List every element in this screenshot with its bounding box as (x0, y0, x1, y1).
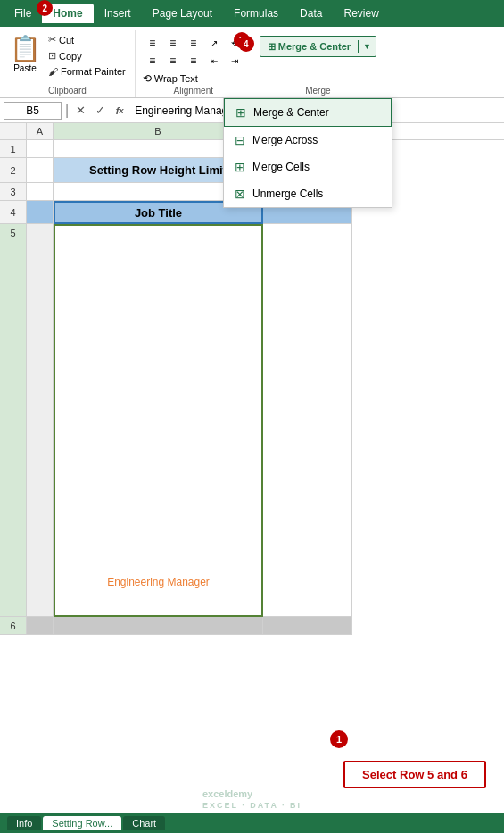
tab-home[interactable]: Home 2 (42, 4, 93, 23)
format-painter-icon: 🖌 (48, 66, 58, 77)
merge-center-label: ⊞ Merge & Center (260, 39, 358, 54)
sheet-tab-chart[interactable]: Chart (123, 816, 165, 830)
merge-across-option[interactable]: ⊟ Merge Across (224, 127, 392, 154)
row-num-header (0, 123, 27, 139)
step2-badge: 2 (37, 0, 53, 16)
align-right-button[interactable]: ≡ (184, 52, 203, 70)
engineering-manager-text: Engineering Manager (107, 576, 210, 588)
format-painter-button[interactable]: 🖌 Format Painter (45, 64, 129, 79)
cell-a1[interactable] (27, 140, 54, 158)
copy-label: Copy (59, 51, 82, 62)
cell-a5[interactable] (27, 224, 54, 617)
formula-icons: ✕ ✓ fx (72, 103, 128, 119)
align-bottom-button[interactable]: ≡ (184, 34, 203, 52)
cell-a6[interactable] (27, 617, 54, 635)
merge-cells-option[interactable]: ⊞ Merge Cells (224, 154, 392, 180)
tab-insert-label: Insert (104, 7, 131, 20)
step1-callout: Select Row 5 and 6 (343, 761, 486, 788)
cut-button[interactable]: ✂ Cut (45, 32, 129, 47)
alignment-group: ≡ ≡ ≡ ↗ ⟲ ≡ ≡ ≡ ⇤ ⇥ ⟲ Wrap Text 3 Alignm… (136, 30, 252, 97)
tab-home-label: Home (53, 7, 82, 20)
clipboard-label: Clipboard (0, 86, 135, 97)
merge-center-text: Merge & Center (278, 41, 351, 52)
sheet-tab-info[interactable]: Info (7, 816, 41, 830)
indent-increase-button[interactable]: ⇥ (225, 52, 244, 70)
cell-b6[interactable] (54, 617, 263, 635)
step4-badge: 4 (238, 36, 254, 52)
row-6: 6 (0, 617, 504, 635)
paste-icon: 📋 (10, 37, 41, 62)
align-row-1: ≡ ≡ ≡ ↗ ⟲ (143, 34, 244, 52)
step1-label: Select Row 5 and 6 (362, 768, 467, 781)
cell-a4[interactable] (27, 201, 54, 224)
merge-dropdown-arrow[interactable]: ▼ (358, 40, 376, 53)
wrap-text-area: ⟲ Wrap Text 3 (143, 72, 244, 85)
tab-formulas[interactable]: Formulas (223, 4, 289, 23)
merge-center-option-icon: ⊞ (235, 105, 246, 120)
row-5-num: 5 (0, 224, 27, 617)
unmerge-cells-option-icon: ⊠ (235, 187, 245, 201)
align-row-2: ≡ ≡ ≡ ⇤ ⇥ (143, 52, 244, 70)
col-header-a: A (27, 123, 54, 139)
confirm-formula-icon[interactable]: ✓ (92, 103, 108, 119)
merge-center-option[interactable]: ⊞ Merge & Center (224, 98, 392, 127)
cut-icon: ✂ (48, 34, 56, 46)
clipboard-small-buttons: ✂ Cut ⊡ Copy 🖌 Format Painter (45, 32, 129, 79)
insert-function-icon[interactable]: fx (112, 103, 128, 119)
unmerge-cells-option-label: Unmerge Cells (252, 187, 323, 200)
align-top-button[interactable]: ≡ (143, 34, 162, 52)
merge-label: Merge (252, 86, 384, 97)
merge-across-option-icon: ⊟ (235, 133, 245, 147)
align-left-button[interactable]: ≡ (143, 52, 162, 70)
tab-file-label: File (14, 7, 31, 20)
merge-cells-option-icon: ⊞ (235, 160, 245, 174)
merge-across-option-label: Merge Across (252, 134, 318, 146)
cell-a3[interactable] (27, 183, 54, 201)
spreadsheet-title: Setting Row Height Limit (89, 163, 227, 177)
step1-badge: 1 (330, 730, 348, 748)
align-center-button[interactable]: ≡ (163, 52, 183, 70)
copy-icon: ⊡ (48, 50, 56, 62)
cell-c5[interactable] (263, 224, 352, 617)
cell-reference-input[interactable] (4, 102, 62, 120)
align-middle-button[interactable]: ≡ (163, 34, 183, 52)
status-bar: Info Setting Row... Chart (0, 813, 504, 833)
ribbon: 📋 Paste ✂ Cut ⊡ Copy 🖌 Format Painter Cl… (0, 27, 504, 98)
sheet-tabs-container: Info Setting Row... Chart (7, 816, 165, 830)
angle-text-button[interactable]: ↗ (204, 34, 224, 52)
job-title-header: Job Title (135, 206, 182, 220)
unmerge-cells-option[interactable]: ⊠ Unmerge Cells (224, 180, 392, 207)
merge-dropdown-menu: ⊞ Merge & Center ⊟ Merge Across ⊞ Merge … (223, 97, 392, 208)
tab-pagelayout[interactable]: Page Layout (142, 4, 223, 23)
sheet-tab-active[interactable]: Setting Row... (43, 816, 121, 830)
paste-button[interactable]: 📋 Paste (5, 30, 45, 79)
wrap-text-label: Wrap Text (154, 73, 198, 84)
clipboard-group: 📋 Paste ✂ Cut ⊡ Copy 🖌 Format Painter Cl… (0, 30, 136, 97)
watermark: exceldemyEXCEL · DATA · BI (202, 788, 302, 810)
cell-c6[interactable] (263, 617, 352, 635)
row-6-num: 6 (0, 617, 27, 635)
cell-a2[interactable] (27, 158, 54, 183)
row-4-num: 4 (0, 201, 27, 224)
row-5: 5 Engineering Manager (0, 224, 504, 617)
tab-formulas-label: Formulas (234, 7, 278, 20)
tab-pagelayout-label: Page Layout (153, 7, 212, 20)
tab-bar: File Home 2 Insert Page Layout Formulas … (0, 0, 504, 27)
tab-review[interactable]: Review (333, 4, 389, 23)
copy-button[interactable]: ⊡ Copy (45, 48, 129, 63)
cell-b5[interactable]: Engineering Manager (54, 224, 263, 617)
tab-data-label: Data (300, 7, 322, 20)
tab-insert[interactable]: Insert (94, 4, 142, 23)
tab-review-label: Review (343, 7, 378, 20)
tab-data[interactable]: Data (289, 4, 333, 23)
merge-center-option-label: Merge & Center (253, 106, 329, 119)
row-3-num: 3 (0, 183, 27, 201)
merge-cells-option-label: Merge Cells (252, 161, 310, 173)
row-2-num: 2 (0, 158, 27, 183)
merge-center-button[interactable]: ⊞ Merge & Center ▼ (260, 36, 376, 57)
indent-decrease-button[interactable]: ⇤ (204, 52, 224, 70)
wrap-text-icon: ⟲ (143, 72, 152, 85)
cut-label: Cut (59, 35, 74, 46)
paste-label: Paste (13, 63, 37, 73)
cancel-formula-icon[interactable]: ✕ (72, 103, 88, 119)
